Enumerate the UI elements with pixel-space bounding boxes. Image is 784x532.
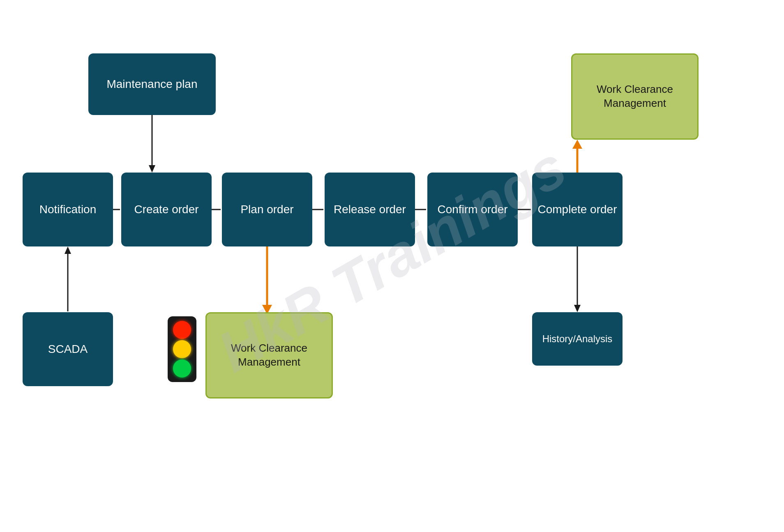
notification-box: Notification [23, 173, 113, 246]
history-analysis-box: History/Analysis [532, 312, 623, 366]
traffic-light-red [173, 321, 191, 339]
maintenance-plan-box: Maintenance plan [88, 53, 216, 115]
release-order-box: Release order [325, 173, 415, 246]
create-order-box: Create order [121, 173, 212, 246]
traffic-light-yellow [173, 340, 191, 358]
traffic-light [168, 316, 196, 382]
svg-marker-8 [65, 246, 71, 254]
svg-marker-12 [572, 140, 582, 149]
plan-order-box: Plan order [222, 173, 312, 246]
wcm-bottom-box: Work Clearance Management [205, 312, 333, 398]
svg-marker-14 [574, 305, 581, 312]
wcm-top-box: Work Clearance Management [571, 53, 699, 140]
svg-marker-1 [149, 165, 155, 173]
complete-order-box: Complete order [532, 173, 623, 246]
scada-box: SCADA [23, 312, 113, 386]
diagram-container: HkR Trainings Maintenance plan [0, 0, 784, 532]
traffic-light-green [173, 359, 191, 378]
confirm-order-box: Confirm order [427, 173, 518, 246]
